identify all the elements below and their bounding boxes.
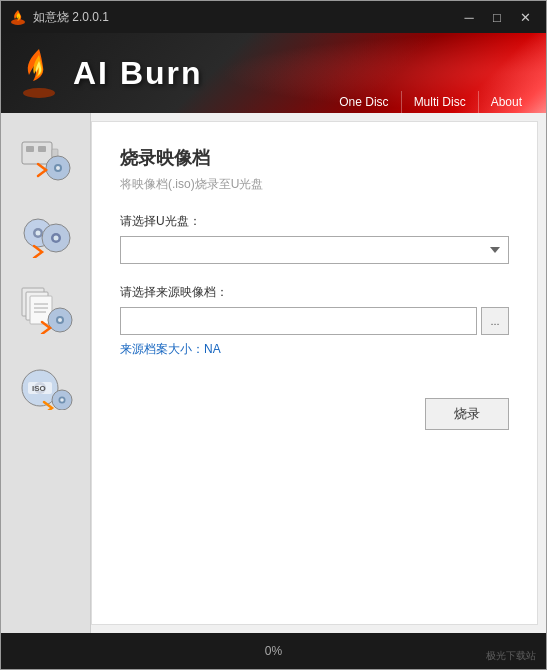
sidebar-item-iso-burn[interactable]: ISO <box>14 357 78 413</box>
svg-rect-2 <box>22 142 52 164</box>
title-bar: 如意烧 2.0.0.1 ─ □ ✕ <box>1 1 546 33</box>
sidebar: ISO <box>1 113 91 633</box>
nav-tabs: One Disc Multi Disc About <box>327 91 534 113</box>
file-size-label: 来源档案大小：NA <box>120 341 509 358</box>
window-controls: ─ □ ✕ <box>456 7 538 27</box>
brand-title: AI Burn <box>73 55 203 92</box>
section-title: 烧录映像档 <box>120 146 509 170</box>
subtitle-text2: 烧录至U光盘 <box>195 177 264 191</box>
usb-select-label: 请选择U光盘： <box>120 213 509 230</box>
flame-logo-icon <box>17 47 61 99</box>
subtitle-text: 将映像档 <box>120 177 168 191</box>
burn-button[interactable]: 烧录 <box>425 398 509 430</box>
svg-rect-4 <box>38 146 46 152</box>
source-select-label: 请选择来源映像档： <box>120 284 509 301</box>
svg-point-11 <box>35 231 40 236</box>
main-area: ISO 烧录映像档 将映像档(.iso)烧录至U光盘 请选择U光盘： <box>1 113 546 633</box>
usb-select[interactable] <box>120 236 509 264</box>
app-icon <box>9 8 27 26</box>
source-select-group: 请选择来源映像档： ... 来源档案大小：NA <box>120 284 509 358</box>
close-button[interactable]: ✕ <box>512 7 538 27</box>
progress-text: 0% <box>13 644 534 658</box>
content-panel: 烧录映像档 将映像档(.iso)烧录至U光盘 请选择U光盘： 请选择来源映像档：… <box>91 121 538 625</box>
subtitle-highlight: (.iso) <box>168 177 195 191</box>
sidebar-item-file-burn[interactable] <box>14 281 78 337</box>
app-header: AI Burn One Disc Multi Disc About <box>1 33 546 113</box>
svg-point-8 <box>56 166 60 170</box>
burn-btn-row: 烧录 <box>120 398 509 430</box>
window-title: 如意烧 2.0.0.1 <box>33 9 109 26</box>
status-bar: 0% 极光下载站 <box>1 633 546 669</box>
title-bar-left: 如意烧 2.0.0.1 <box>9 8 109 26</box>
svg-point-23 <box>58 318 62 322</box>
tab-multi-disc[interactable]: Multi Disc <box>401 91 478 113</box>
brand: AI Burn <box>17 47 203 99</box>
file-input-row: ... <box>120 307 509 335</box>
source-file-input[interactable] <box>120 307 477 335</box>
tab-about[interactable]: About <box>478 91 534 113</box>
section-subtitle: 将映像档(.iso)烧录至U光盘 <box>120 176 509 193</box>
svg-text:ISO: ISO <box>32 384 46 393</box>
svg-rect-3 <box>26 146 34 152</box>
maximize-button[interactable]: □ <box>484 7 510 27</box>
usb-select-group: 请选择U光盘： <box>120 213 509 264</box>
tab-one-disc[interactable]: One Disc <box>327 91 400 113</box>
svg-point-1 <box>23 88 55 98</box>
minimize-button[interactable]: ─ <box>456 7 482 27</box>
sidebar-item-iso-to-usb[interactable] <box>14 129 78 185</box>
svg-point-14 <box>53 236 58 241</box>
app-window: 如意烧 2.0.0.1 ─ □ ✕ AI Burn One Disc Multi… <box>0 0 547 670</box>
watermark: 极光下载站 <box>486 649 536 663</box>
sidebar-item-disc-copy[interactable] <box>14 205 78 261</box>
svg-point-31 <box>60 398 64 402</box>
browse-button[interactable]: ... <box>481 307 509 335</box>
